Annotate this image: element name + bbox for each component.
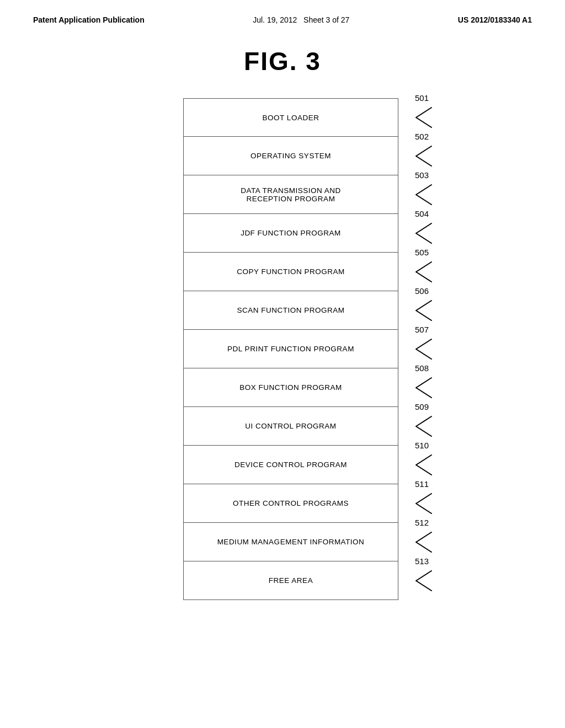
block-504: JDF FUNCTION PROGRAM xyxy=(183,214,398,253)
ref-number-502: 502 xyxy=(415,132,429,141)
label-area-501: 501 xyxy=(405,105,433,130)
diagram-row: COPY FUNCTION PROGRAM505 xyxy=(183,253,448,291)
label-area-506: 506 xyxy=(405,298,433,323)
block-511: OTHER CONTROL PROGRAMS xyxy=(183,484,398,523)
label-area-512: 512 xyxy=(405,530,433,554)
diagram-row: MEDIUM MANAGEMENT INFORMATION512 xyxy=(183,523,448,561)
tick-icon-506 xyxy=(405,298,433,323)
tick-icon-502 xyxy=(405,144,433,168)
block-503: DATA TRANSMISSION AND RECEPTION PROGRAM xyxy=(183,175,398,214)
ref-number-509: 509 xyxy=(415,402,429,411)
tick-icon-511 xyxy=(405,491,433,516)
block-507: PDL PRINT FUNCTION PROGRAM xyxy=(183,330,398,368)
diagram-row: UI CONTROL PROGRAM509 xyxy=(183,407,448,446)
diagram-row: DEVICE CONTROL PROGRAM510 xyxy=(183,446,448,484)
diagram-row: OPERATING SYSTEM502 xyxy=(183,137,448,175)
diagram-row: OTHER CONTROL PROGRAMS511 xyxy=(183,484,448,523)
diagram-row: DATA TRANSMISSION AND RECEPTION PROGRAM5… xyxy=(183,175,448,214)
page-header: Patent Application Publication Jul. 19, … xyxy=(0,0,565,30)
tick-icon-505 xyxy=(405,260,433,284)
header-center: Jul. 19, 2012 Sheet 3 of 27 xyxy=(253,15,349,24)
figure-title: FIG. 3 xyxy=(0,46,565,76)
header-sheet: Sheet 3 of 27 xyxy=(303,15,349,24)
diagram-row: JDF FUNCTION PROGRAM504 xyxy=(183,214,448,253)
ref-number-508: 508 xyxy=(415,363,429,373)
ref-number-504: 504 xyxy=(415,209,429,218)
label-area-510: 510 xyxy=(405,453,433,477)
tick-icon-504 xyxy=(405,221,433,245)
ref-number-510: 510 xyxy=(415,441,429,450)
label-area-505: 505 xyxy=(405,260,433,284)
diagram: BOOT LOADER501OPERATING SYSTEM502DATA TR… xyxy=(183,98,448,600)
tick-icon-503 xyxy=(405,183,433,207)
label-area-504: 504 xyxy=(405,221,433,245)
tick-icon-509 xyxy=(405,414,433,438)
tick-icon-501 xyxy=(405,105,433,130)
ref-number-512: 512 xyxy=(415,518,429,527)
ref-number-501: 501 xyxy=(415,93,429,103)
block-501: BOOT LOADER xyxy=(183,98,398,137)
diagram-row: PDL PRINT FUNCTION PROGRAM507 xyxy=(183,330,448,368)
ref-number-513: 513 xyxy=(415,556,429,566)
block-502: OPERATING SYSTEM xyxy=(183,137,398,175)
header-right: US 2012/0183340 A1 xyxy=(458,15,532,24)
ref-number-505: 505 xyxy=(415,248,429,257)
block-508: BOX FUNCTION PROGRAM xyxy=(183,368,398,407)
tick-icon-512 xyxy=(405,530,433,554)
header-left: Patent Application Publication xyxy=(33,15,145,24)
ref-number-507: 507 xyxy=(415,325,429,334)
header-date: Jul. 19, 2012 xyxy=(253,15,297,24)
label-area-508: 508 xyxy=(405,376,433,400)
tick-icon-510 xyxy=(405,453,433,477)
block-509: UI CONTROL PROGRAM xyxy=(183,407,398,446)
ref-number-506: 506 xyxy=(415,286,429,296)
block-506: SCAN FUNCTION PROGRAM xyxy=(183,291,398,330)
label-area-502: 502 xyxy=(405,144,433,168)
label-area-507: 507 xyxy=(405,337,433,361)
diagram-row: BOOT LOADER501 xyxy=(183,98,448,137)
tick-icon-507 xyxy=(405,337,433,361)
diagram-row: FREE AREA513 xyxy=(183,561,448,600)
tick-icon-508 xyxy=(405,376,433,400)
block-510: DEVICE CONTROL PROGRAM xyxy=(183,446,398,484)
diagram-row: SCAN FUNCTION PROGRAM506 xyxy=(183,291,448,330)
label-area-511: 511 xyxy=(405,491,433,516)
ref-number-503: 503 xyxy=(415,170,429,180)
block-512: MEDIUM MANAGEMENT INFORMATION xyxy=(183,523,398,561)
label-area-513: 513 xyxy=(405,569,433,593)
ref-number-511: 511 xyxy=(415,479,429,489)
tick-icon-513 xyxy=(405,569,433,593)
label-area-509: 509 xyxy=(405,414,433,438)
block-513: FREE AREA xyxy=(183,561,398,600)
block-505: COPY FUNCTION PROGRAM xyxy=(183,253,398,291)
label-area-503: 503 xyxy=(405,183,433,207)
diagram-row: BOX FUNCTION PROGRAM508 xyxy=(183,368,448,407)
